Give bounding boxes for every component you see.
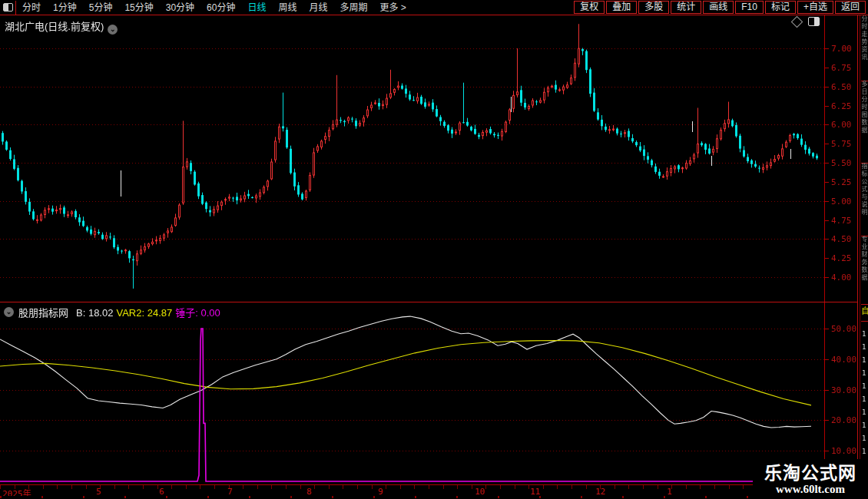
stock-title-label: 湖北广电(日线.前复权) [5,21,104,32]
period-tabs: 分时1分钟5分钟15分钟30分钟60分钟日线周线月线多周期更多 > [16,1,412,15]
period-tab-9[interactable]: 月线 [303,1,334,15]
strip-list-number: 1 [862,408,866,416]
strip-list-number: 1 [862,382,866,390]
collapse-chevron-icon[interactable]: ⌄ [108,25,118,35]
strip-list-number: 1 [862,369,866,377]
watermark: 乐淘公式网 www.60lt.com [753,459,868,499]
panel-divider [0,302,868,302]
strip-border [857,15,858,499]
period-tab-7[interactable]: 日线 [241,1,272,15]
strip-inner-border [860,15,860,499]
strip-list-number: 1 [862,395,866,403]
strip-list-number: 1 [862,330,866,338]
strip-list-number: 1 [862,448,866,455]
top-toolbar: 分时1分钟5分钟15分钟30分钟60分钟日线周线月线多周期更多 > 复权叠加多股… [0,0,868,15]
toolbar-button-5[interactable]: 画线 [703,1,734,14]
indicator-chart[interactable] [0,302,830,484]
indicator-chevron-icon[interactable]: ⌄ [4,307,14,317]
period-tab-5[interactable]: 30分钟 [160,1,200,15]
toolbar-button-4[interactable]: 统计 [671,1,701,14]
strip-list-number: 1 [862,356,866,364]
period-tab-4[interactable]: 15分钟 [118,1,159,15]
period-tab-3[interactable]: 5分钟 [83,1,119,15]
indicator-values: B: 18.02VAR2: 24.87锤子: 0.00 [73,305,220,319]
indicator-metric-2: VAR2: 24.87 [116,307,172,319]
toolbar-button-2[interactable]: 叠加 [606,1,637,14]
period-tab-1[interactable]: 分时 [16,1,47,15]
strip-section-4[interactable]: 专业财务数据 [861,236,868,305]
bottom-cropped-row [0,496,868,499]
watermark-title: 乐淘公式网 [764,463,856,483]
indicator-metric-1: B: 18.02 [76,307,113,319]
period-tab-6[interactable]: 60分钟 [200,1,241,15]
watchlist-tab-label[interactable]: 自 [861,304,868,322]
indicator-name: 股朋指标网 [18,305,68,319]
timeline[interactable]: 2025年567891011121 [0,484,868,497]
indicator-metric-3: 锤子: 0.00 [175,307,220,319]
toolbar-button-6[interactable]: F10 [735,1,764,14]
indicator-header: ⌄ 股朋指标网 B: 18.02VAR2: 24.87锤子: 0.00 [4,305,220,319]
strip-section-3[interactable]: 指标公式与说明 [861,163,868,236]
toolbar-button-8[interactable]: +自选 [797,1,833,14]
period-tab-2[interactable]: 1分钟 [47,1,83,15]
watermark-url: www.60lt.com [776,483,845,495]
toolbar-button-3[interactable]: 多股 [638,1,669,14]
strip-list-number: 1 [862,421,866,429]
toolbar-button-1[interactable]: 复权 [574,1,605,14]
diamond-icon[interactable] [791,15,803,28]
toolbar-button-9[interactable]: 返回 [835,1,866,14]
toolbar-buttons: 复权叠加多股统计画线F10标记+自选返回 [573,1,866,14]
period-tab-11[interactable]: 更多 > [374,1,412,15]
chart-title: 湖北广电(日线.前复权)⌄ [5,18,118,35]
toolbar-button-7[interactable]: 标记 [765,1,796,14]
strip-section-1[interactable]: 分时走势资讯 [861,15,868,81]
right-sidebar-strip[interactable]: 分时走势资讯多日分时图数据指标公式与说明专业财务数据 自 1111111111 [857,15,868,499]
period-tab-10[interactable]: 多周期 [334,1,374,15]
corner-icons [793,17,820,26]
panel-toggle-icon[interactable] [808,17,820,26]
period-tab-8[interactable]: 周线 [272,1,303,15]
strip-list-number: 1 [862,435,866,442]
panel-split-icon [3,3,13,12]
strip-section-2[interactable]: 多日分时图数据 [861,81,868,164]
main-candlestick-chart[interactable] [0,15,830,302]
window-panel-icon[interactable] [0,1,16,15]
strip-list-number: 1 [862,343,866,351]
